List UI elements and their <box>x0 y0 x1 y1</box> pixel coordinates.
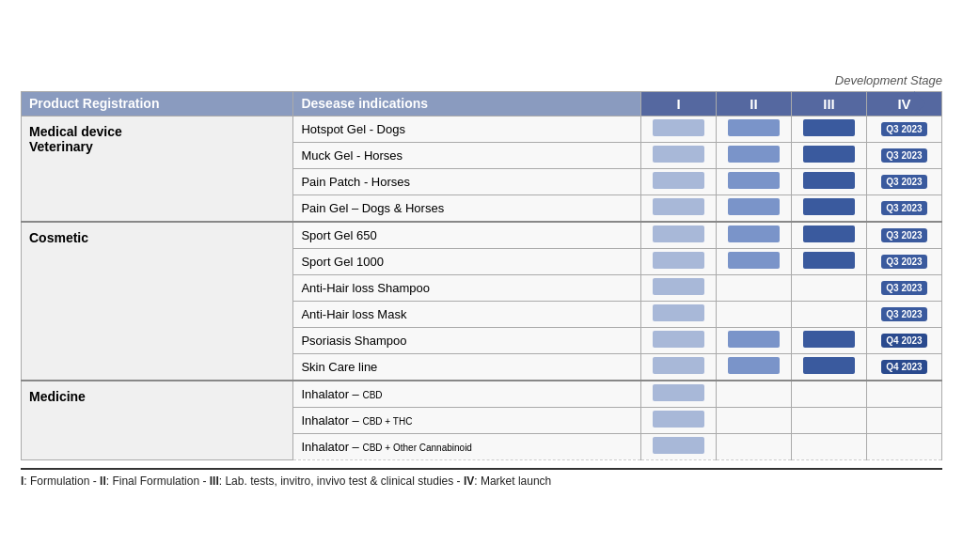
stage-iv-cell <box>867 381 942 408</box>
stage-iii-cell <box>792 433 867 459</box>
stage-bar <box>728 331 780 348</box>
stage-i-header: I <box>641 91 717 116</box>
product-reg-header: Product Registration <box>22 91 293 116</box>
pipeline-table: Product Registration Desease indications… <box>21 91 942 460</box>
product-name: Anti-Hair loss Mask <box>293 301 641 327</box>
stage-bar <box>728 198 780 215</box>
stage-iii-cell <box>792 168 867 194</box>
stage-bar <box>653 198 704 215</box>
stage-i-cell <box>641 142 717 168</box>
stage-iii-cell <box>792 381 867 408</box>
stage-i-cell <box>641 248 717 274</box>
stage-bar <box>728 226 780 242</box>
stage-bar <box>803 119 855 136</box>
category-label: Cosmetic <box>22 222 293 381</box>
stage-bar <box>803 226 855 242</box>
stage-iv-cell: Q4 2023 <box>867 327 942 353</box>
stage-bar <box>803 198 855 215</box>
stage-iv-cell: Q3 2023 <box>867 301 942 327</box>
stage-bar <box>728 119 780 136</box>
stage-badge: Q3 2023 <box>881 228 926 242</box>
stage-bar <box>653 357 704 374</box>
stage-iii-cell <box>792 274 867 301</box>
stage-ii-cell <box>717 222 792 249</box>
stage-iv-cell: Q3 2023 <box>867 222 942 249</box>
sub-text: CBD <box>362 390 382 400</box>
stage-i-cell <box>641 301 717 327</box>
stage-iii-cell <box>792 407 867 433</box>
stage-iv-cell: Q3 2023 <box>867 274 942 301</box>
stage-bar <box>653 304 704 321</box>
stage-i-cell <box>641 327 717 353</box>
stage-iii-cell <box>792 116 867 142</box>
stage-bar <box>803 172 855 189</box>
footnote: I: Formulation - II: Final Formulation -… <box>21 468 942 488</box>
stage-bar <box>803 357 855 374</box>
stage-ii-cell <box>717 168 792 194</box>
stage-i-cell <box>641 353 717 381</box>
product-name: Inhalator – CBD <box>293 381 641 408</box>
product-name: Sport Gel 650 <box>293 222 641 249</box>
dev-stage-label: Development Stage <box>21 73 942 87</box>
stage-bar <box>653 146 704 163</box>
stage-badge: Q3 2023 <box>881 307 926 321</box>
stage-bar <box>728 357 780 374</box>
stage-iii-cell <box>792 327 867 353</box>
stage-iii-cell <box>792 301 867 327</box>
stage-ii-cell <box>717 407 792 433</box>
stage-iv-cell: Q3 2023 <box>867 116 942 142</box>
product-name: Anti-Hair loss Shampoo <box>293 274 641 301</box>
stage-bar <box>653 119 704 136</box>
stage-badge: Q3 2023 <box>881 148 926 163</box>
product-name: Sport Gel 1000 <box>293 248 641 274</box>
stage-bar <box>653 437 704 454</box>
stage-ii-cell <box>717 381 792 408</box>
stage-badge: Q3 2023 <box>881 201 926 215</box>
stage-iii-cell <box>792 194 867 222</box>
stage-iv-header: IV <box>867 91 942 116</box>
stage-iii-cell <box>792 142 867 168</box>
stage-ii-cell <box>717 142 792 168</box>
table-header: Product Registration Desease indications… <box>22 91 942 116</box>
stage-i-cell <box>641 168 717 194</box>
stage-bar <box>653 411 704 428</box>
stage-badge: Q3 2023 <box>881 122 926 136</box>
stage-ii-cell <box>717 274 792 301</box>
stage-i-cell <box>641 381 717 408</box>
stage-badge: Q4 2023 <box>881 360 926 374</box>
stage-bar <box>728 252 780 269</box>
category-label: Medicine <box>22 381 293 460</box>
stage-i-cell <box>641 194 717 222</box>
stage-ii-cell <box>717 433 792 459</box>
stage-bar <box>803 331 855 348</box>
stage-bar <box>803 252 855 269</box>
product-name: Inhalator – CBD + THC <box>293 407 641 433</box>
product-name: Hotspot Gel - Dogs <box>293 116 641 142</box>
stage-ii-cell <box>717 353 792 381</box>
stage-iv-cell <box>867 407 942 433</box>
sub-text: CBD + Other Cannabinoid <box>362 443 471 453</box>
stage-badge: Q4 2023 <box>881 334 926 348</box>
stage-iv-cell: Q3 2023 <box>867 248 942 274</box>
stage-badge: Q3 2023 <box>881 255 926 269</box>
stage-bar <box>653 331 704 348</box>
stage-ii-cell <box>717 301 792 327</box>
product-name: Pain Patch - Horses <box>293 168 641 194</box>
iv-arrow-label: IV <box>897 96 910 112</box>
stage-iii-cell <box>792 222 867 249</box>
stage-iv-cell: Q3 2023 <box>867 168 942 194</box>
stage-ii-cell <box>717 248 792 274</box>
stage-bar <box>653 278 704 295</box>
product-name: Inhalator – CBD + Other Cannabinoid <box>293 433 641 459</box>
stage-ii-header: II <box>717 91 792 116</box>
stage-bar <box>653 252 704 269</box>
stage-badge: Q3 2023 <box>881 281 926 295</box>
stage-iii-cell <box>792 248 867 274</box>
stage-iv-cell <box>867 433 942 459</box>
sub-text: CBD + THC <box>362 416 412 427</box>
stage-ii-cell <box>717 194 792 222</box>
stage-iii-header: III <box>792 91 867 116</box>
product-name: Skin Care line <box>293 353 641 381</box>
product-name: Muck Gel - Horses <box>293 142 641 168</box>
category-label: Medical device Veterinary <box>22 116 293 222</box>
